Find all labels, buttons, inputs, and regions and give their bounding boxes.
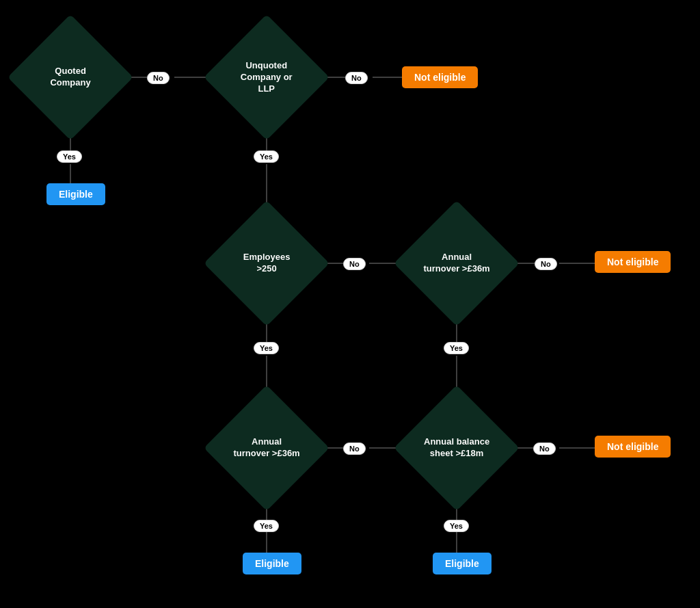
annual-turnover-top-shape: Annual turnover >£36m (394, 200, 520, 326)
no-badge-annual-turnover-bottom: No (343, 442, 366, 455)
yes-badge-annual-balance-sheet: Yes (444, 520, 469, 532)
no-badge-quoted: No (147, 72, 170, 84)
quoted-company-shape: Quoted Company (8, 14, 133, 140)
annual-balance-sheet-shape: Annual balance sheet >£18m (394, 385, 520, 511)
annual-balance-sheet-diamond: Annual balance sheet >£18m (412, 404, 501, 492)
yes-badge-employees: Yes (254, 342, 279, 354)
not-eligible-top: Not eligible (402, 66, 478, 88)
employees-shape: Employees >250 (204, 200, 329, 326)
eligible-bottom-left: Eligible (243, 553, 301, 574)
eligible-bottom-right: Eligible (433, 553, 492, 574)
annual-turnover-top-label: Annual turnover >£36m (422, 252, 491, 275)
no-badge-annual-balance-sheet: No (533, 442, 556, 455)
no-badge-annual-turnover-top: No (535, 258, 557, 270)
yes-badge-annual-turnover-bottom: Yes (254, 520, 279, 532)
annual-turnover-bottom-diamond: Annual turnover >£36m (222, 404, 311, 492)
annual-balance-sheet-label: Annual balance sheet >£18m (422, 436, 491, 460)
not-eligible-bottom: Not eligible (595, 436, 671, 458)
unquoted-company-label: Unquoted Company or LLP (232, 60, 301, 95)
flowchart: Quoted Company No Unquoted Company or LL… (0, 0, 700, 608)
yes-badge-annual-turnover-top: Yes (444, 342, 469, 354)
quoted-company-label: Quoted Company (36, 66, 105, 89)
yes-badge-unquoted: Yes (254, 150, 279, 163)
quoted-company-diamond: Quoted Company (26, 33, 115, 122)
eligible-quoted: Eligible (46, 183, 105, 205)
annual-turnover-top-diamond: Annual turnover >£36m (412, 219, 501, 308)
not-eligible-middle: Not eligible (595, 251, 671, 273)
employees-diamond: Employees >250 (222, 219, 311, 308)
no-badge-unquoted: No (345, 72, 368, 84)
yes-badge-quoted: Yes (57, 150, 82, 163)
unquoted-company-diamond: Unquoted Company or LLP (222, 33, 311, 122)
no-badge-employees: No (343, 258, 366, 270)
annual-turnover-bottom-label: Annual turnover >£36m (232, 436, 301, 460)
employees-label: Employees >250 (232, 252, 301, 275)
unquoted-company-shape: Unquoted Company or LLP (204, 14, 329, 140)
annual-turnover-bottom-shape: Annual turnover >£36m (204, 385, 329, 511)
